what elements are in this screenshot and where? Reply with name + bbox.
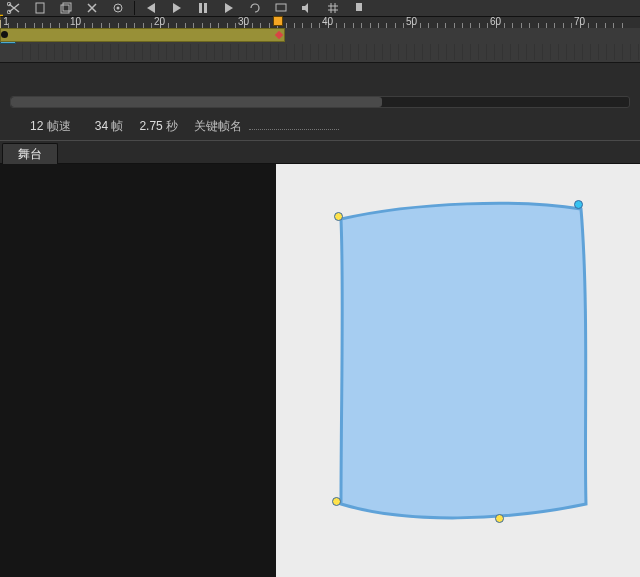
frame-value: 34 (95, 119, 108, 133)
tab-stage[interactable]: 舞台 (2, 143, 58, 164)
frame-unit: 帧 (111, 119, 123, 133)
time-display: 2.75 秒 (139, 118, 178, 135)
svg-point-6 (117, 7, 120, 10)
page-icon[interactable] (30, 1, 50, 15)
close-icon[interactable] (82, 1, 102, 15)
control-point[interactable] (495, 514, 504, 523)
timeline-scrollbar-thumb[interactable] (11, 97, 382, 107)
framerate-value: 12 (30, 119, 43, 133)
timeline-active-region[interactable] (0, 28, 285, 42)
loop-start-bracket[interactable]: ⎡ (0, 16, 6, 28)
loop-icon[interactable] (245, 1, 265, 15)
time-value: 2.75 (139, 119, 162, 133)
pause-icon[interactable] (193, 1, 213, 15)
svg-rect-8 (204, 3, 207, 13)
stage-area (0, 164, 640, 577)
sound-icon[interactable] (297, 1, 317, 15)
frame-display: 34 帧 (95, 118, 124, 135)
display-icon[interactable] (271, 1, 291, 15)
status-row: 12 帧速 34 帧 2.75 秒 关键帧名 (0, 115, 640, 137)
main-toolbar (0, 0, 640, 16)
svg-rect-10 (356, 3, 362, 11)
framerate-unit: 帧速 (47, 119, 71, 133)
svg-rect-9 (276, 4, 286, 11)
timeline-empty-row[interactable] (15, 44, 640, 60)
timeline-track[interactable] (0, 28, 640, 63)
ruler-tick-number: 50 (406, 16, 417, 27)
svg-rect-4 (63, 3, 71, 11)
svg-rect-7 (199, 3, 202, 13)
page2-icon[interactable] (56, 1, 76, 15)
timeline-scrollbar[interactable] (10, 96, 630, 108)
scissors-icon[interactable] (4, 1, 24, 15)
toolbar-divider (134, 1, 135, 15)
ruler-tick-number: 10 (70, 16, 81, 27)
gear-icon[interactable] (108, 1, 128, 15)
stage-canvas[interactable] (276, 164, 640, 577)
control-point[interactable] (332, 497, 341, 506)
play-icon[interactable] (167, 1, 187, 15)
skip-fwd-icon[interactable] (219, 1, 239, 15)
playhead[interactable] (273, 16, 283, 28)
svg-rect-2 (36, 3, 44, 13)
time-unit: 秒 (166, 119, 178, 133)
marker-icon[interactable] (349, 1, 369, 15)
grid-icon[interactable] (323, 1, 343, 15)
keyframe-name-input[interactable] (249, 117, 339, 130)
ruler-tick-number: 70 (574, 16, 585, 27)
control-point[interactable] (334, 212, 343, 221)
framerate-display: 12 帧速 (30, 118, 71, 135)
keyframe-name-display: 关键帧名 (194, 117, 339, 135)
ruler-tick-number: 30 (238, 16, 249, 27)
keyframe-start[interactable] (1, 31, 8, 38)
control-point[interactable] (574, 200, 583, 209)
ruler-tick-number: 60 (490, 16, 501, 27)
ruler-tick-number: 40 (322, 16, 333, 27)
skip-back-icon[interactable] (141, 1, 161, 15)
tab-stage-label: 舞台 (18, 146, 42, 163)
svg-rect-3 (61, 5, 69, 13)
keyframe-name-label: 关键帧名 (194, 119, 242, 133)
stage-offscreen-left (0, 164, 276, 577)
ruler-tick-number: 20 (154, 16, 165, 27)
tab-bar: 舞台 (0, 141, 640, 164)
vector-shape[interactable] (306, 174, 626, 554)
